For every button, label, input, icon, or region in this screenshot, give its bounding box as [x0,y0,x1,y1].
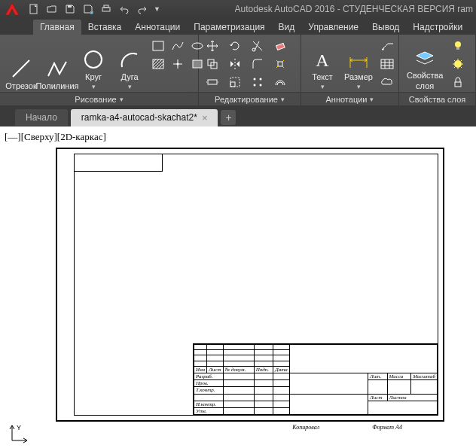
doc-tab-start[interactable]: Начало [15,109,68,126]
document-tab-bar: Начало ramka-a4-autocad-skachat2*× + [0,105,476,126]
dimension-button[interactable]: Размер ▾ [342,38,375,92]
lock-icon[interactable] [449,74,467,90]
rotate-icon[interactable] [226,38,244,54]
ribbon-tab-home[interactable]: Главная [33,20,81,35]
ribbon-tab-manage[interactable]: Управление [301,20,365,35]
line-label: Отрезок [5,81,36,90]
panel-annot-title[interactable]: Аннотации ▾ [301,92,398,105]
layer-label1: Свойства [407,71,443,80]
scale-icon[interactable] [226,74,244,90]
ribbon-tab-strip: Главная Вставка Аннотации Параметризация… [0,18,476,35]
sheet-footer: Копировал Формат A4 [292,424,402,431]
qat-new-icon[interactable] [27,2,41,16]
chevron-down-icon: ▾ [281,96,285,103]
circle-button[interactable]: Круг ▾ [77,38,110,92]
ribbon: Отрезок Полилиния Круг ▾ Дуга ▾ [0,35,476,105]
erase-icon[interactable] [271,38,289,54]
quick-access-toolbar: ▼ Autodesk AutoCAD 2016 - СТУДЕНЧЕСКАЯ В… [0,0,476,18]
offset-icon[interactable] [271,74,289,90]
new-tab-button[interactable]: + [221,110,236,125]
trim-icon[interactable] [249,38,267,54]
app-title: Autodesk AutoCAD 2016 - СТУДЕНЧЕСКАЯ ВЕР… [235,4,473,14]
svg-rect-26 [456,47,459,50]
fillet-icon[interactable] [249,56,267,72]
doc-tab-file[interactable]: ramka-a4-autocad-skachat2*× [71,109,218,126]
svg-point-22 [260,84,262,87]
copy-icon[interactable] [203,56,221,72]
polyline-label: Полилиния [35,81,78,90]
panel-layers-title[interactable]: Свойства слоя [399,92,475,105]
stretch-icon[interactable] [203,74,221,90]
chevron-down-icon: ▾ [357,83,361,90]
svg-rect-2 [102,8,110,11]
svg-point-20 [260,78,262,81]
mirror-icon[interactable] [226,56,244,72]
line-button[interactable]: Отрезок [5,38,38,92]
panel-annotation: A Текст ▾ Размер ▾ Аннотации ▾ [301,35,399,105]
text-label: Текст [312,72,333,81]
qat-save-icon[interactable] [63,2,77,16]
ribbon-tab-view[interactable]: Вид [272,20,302,35]
top-left-box [74,154,163,172]
qat-customize-icon[interactable]: ▼ [154,5,160,13]
panel-draw-title[interactable]: Рисование ▾ [0,92,198,105]
svg-text:A: A [316,50,329,70]
array-icon[interactable] [249,74,267,90]
arc-label: Дуга [121,72,138,81]
svg-rect-24 [381,59,393,69]
ribbon-tab-parametric[interactable]: Параметризация [187,20,271,35]
annot-mini [378,38,396,92]
title-block: ИзмЛист№ докум.Подп.Дата Разраб. Лит.Мас… [193,343,438,416]
svg-point-21 [254,84,256,87]
svg-rect-3 [104,5,108,8]
leader-icon[interactable] [378,38,396,54]
table-icon[interactable] [378,56,396,72]
rectangle-icon[interactable] [149,38,167,54]
svg-rect-17 [230,82,235,87]
drawing-canvas[interactable]: [―][Сверху][2D-каркас] ИзмЛист№ докум.По… [0,126,476,448]
close-icon[interactable]: × [202,112,208,123]
layer-properties-button[interactable]: Свойства слоя [404,38,446,92]
explode-icon[interactable] [271,56,289,72]
arc-button[interactable]: Дуга ▾ [113,38,146,92]
svg-point-27 [454,60,462,68]
ribbon-tab-annotate[interactable]: Аннотации [128,20,187,35]
panel-layers: Свойства слоя Свойства слоя [399,35,476,105]
layer-label2: слоя [416,81,434,90]
autocad-logo[interactable] [3,2,21,17]
svg-point-19 [254,78,256,81]
qat-undo-icon[interactable] [117,2,131,16]
ribbon-tab-insert[interactable]: Вставка [81,20,129,35]
qat-saveas-icon[interactable] [81,2,95,16]
drawing-frame: ИзмЛист№ докум.Подп.Дата Разраб. Лит.Мас… [74,154,438,416]
chevron-down-icon: ▾ [92,83,96,90]
viewport-controls[interactable]: [―][Сверху][2D-каркас] [5,131,106,143]
qat-open-icon[interactable] [45,2,59,16]
svg-rect-12 [276,43,285,50]
cloud-icon[interactable] [378,74,396,90]
bulb-icon[interactable] [449,38,467,54]
drawing-sheet: ИзмЛист№ докум.Подп.Дата Разраб. Лит.Мас… [56,148,444,422]
qat-plot-icon[interactable] [99,2,113,16]
qat-redo-icon[interactable] [136,2,149,16]
layer-mini [449,38,467,92]
polyline-button[interactable]: Полилиния [41,38,74,92]
draw-mini-grid [149,38,206,92]
ribbon-tab-output[interactable]: Вывод [365,20,406,35]
hatch-icon[interactable] [149,56,167,72]
point-icon[interactable] [169,56,187,72]
chevron-down-icon: ▾ [370,96,374,103]
move-icon[interactable] [203,38,221,54]
svg-point-5 [85,51,102,68]
circle-label: Круг [85,72,102,81]
chevron-down-icon: ▾ [128,83,132,90]
text-button[interactable]: A Текст ▾ [306,38,339,92]
spline-icon[interactable] [169,38,187,54]
ucs-icon[interactable]: Y [8,424,29,445]
svg-line-4 [13,60,29,77]
svg-rect-1 [68,5,72,8]
ribbon-tab-addins[interactable]: Надстройки [406,20,469,35]
freeze-icon[interactable] [449,56,467,72]
panel-modify-title[interactable]: Редактирование ▾ [199,92,301,105]
dimension-label: Размер [344,72,373,81]
